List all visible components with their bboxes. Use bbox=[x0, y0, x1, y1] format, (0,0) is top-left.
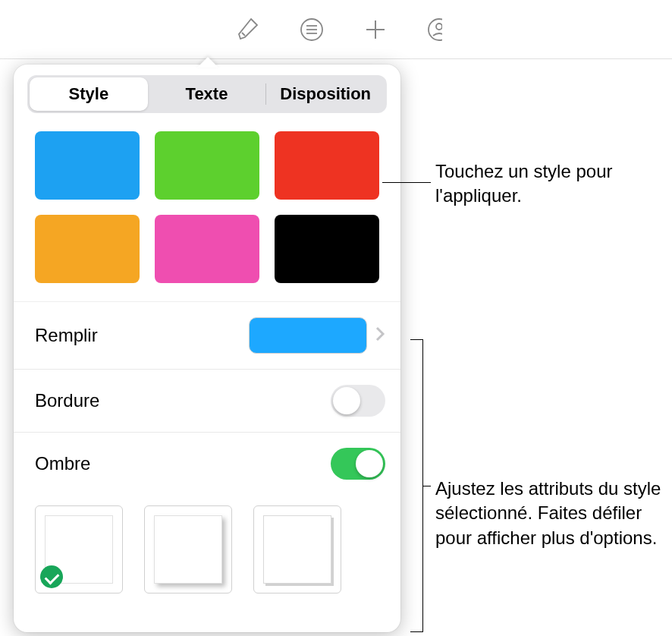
format-brush-icon[interactable] bbox=[234, 16, 262, 43]
svg-point-8 bbox=[443, 20, 451, 27]
popover-arrow bbox=[197, 57, 218, 68]
fill-control bbox=[249, 317, 385, 354]
toolbar bbox=[0, 0, 672, 59]
tab-bar: Style Texte Disposition bbox=[27, 75, 387, 113]
list-icon[interactable] bbox=[298, 16, 325, 43]
toggle-knob bbox=[333, 387, 360, 414]
collaborate-icon[interactable] bbox=[425, 16, 453, 43]
tab-disposition[interactable]: Disposition bbox=[266, 77, 385, 111]
callout-line bbox=[382, 182, 431, 183]
shadow-preview bbox=[45, 515, 113, 584]
shadow-label: Ombre bbox=[35, 453, 90, 474]
border-toggle[interactable] bbox=[331, 385, 385, 417]
shadow-option-drop[interactable] bbox=[144, 505, 232, 593]
callout-tick bbox=[410, 631, 417, 632]
callout-bracket bbox=[417, 339, 423, 632]
style-swatch-red[interactable] bbox=[275, 131, 379, 200]
style-swatch-orange[interactable] bbox=[35, 215, 140, 283]
svg-point-7 bbox=[436, 24, 442, 30]
fill-label: Remplir bbox=[35, 325, 98, 346]
chevron-right-icon bbox=[375, 324, 385, 348]
style-settings: Remplir Bordure Ombre bbox=[14, 301, 400, 609]
style-swatch-green[interactable] bbox=[155, 131, 259, 200]
fill-color-chip[interactable] bbox=[249, 317, 367, 354]
shadow-options bbox=[14, 495, 400, 609]
style-swatch-blue[interactable] bbox=[35, 131, 140, 200]
toggle-knob bbox=[356, 450, 383, 477]
callout-tick bbox=[410, 339, 417, 340]
callout-styles: Touchez un style pour l'appliquer. bbox=[435, 159, 663, 209]
format-panel: Style Texte Disposition Remplir Bordure bbox=[14, 65, 400, 632]
shadow-toggle[interactable] bbox=[331, 448, 385, 480]
style-swatch-pink[interactable] bbox=[155, 215, 259, 283]
style-swatch-grid bbox=[14, 127, 400, 301]
shadow-option-contact[interactable] bbox=[253, 505, 341, 593]
tab-text[interactable]: Texte bbox=[148, 77, 266, 111]
add-icon[interactable] bbox=[362, 16, 389, 43]
border-label: Bordure bbox=[35, 390, 99, 411]
callout-line bbox=[423, 486, 431, 486]
border-row: Bordure bbox=[14, 370, 400, 433]
shadow-row: Ombre bbox=[14, 433, 400, 495]
shadow-option-none[interactable] bbox=[35, 505, 123, 593]
shadow-preview bbox=[263, 515, 331, 584]
shadow-preview bbox=[154, 515, 222, 584]
style-swatch-black[interactable] bbox=[275, 215, 379, 283]
tab-style[interactable]: Style bbox=[30, 77, 148, 111]
callout-attributes: Ajustez les attributs du style sélection… bbox=[435, 477, 670, 550]
fill-row[interactable]: Remplir bbox=[14, 302, 400, 370]
